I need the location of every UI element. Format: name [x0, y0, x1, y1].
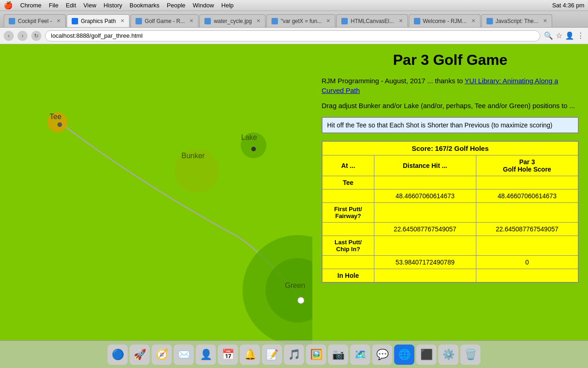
col2-header: Distance Hit ...	[374, 155, 476, 176]
menu-file[interactable]: File	[49, 2, 58, 9]
menu-bookmarks[interactable]: Bookmarks	[130, 2, 159, 9]
tab-close[interactable]: ✕	[57, 18, 61, 24]
menu-people[interactable]: People	[167, 2, 185, 9]
toolbar-icons: 🔍 ☆ 👤 ⋮	[544, 31, 584, 40]
tab-label: JavaScript: The...	[496, 18, 538, 24]
dock-facetime[interactable]: 📷	[328, 345, 348, 365]
table-row: 22.645087767549057 22.645087767549057	[322, 223, 578, 236]
search-icon[interactable]: 🔍	[544, 31, 553, 40]
tab-favicon	[136, 18, 142, 24]
forward-button[interactable]: ›	[17, 31, 28, 41]
menu-history[interactable]: History	[104, 2, 122, 9]
dock-maps[interactable]: 🗺️	[350, 345, 370, 365]
tab-cockpit[interactable]: Cockpit Feel - ✕	[4, 14, 66, 27]
dock-safari[interactable]: 🧭	[152, 345, 172, 365]
tab-favicon	[341, 18, 348, 24]
svg-text:Green: Green	[285, 282, 305, 289]
user-icon[interactable]: 👤	[565, 31, 574, 40]
table-row: 53.98407172490789 0	[322, 256, 578, 269]
tab-close[interactable]: ✕	[326, 18, 330, 24]
dock-reminders[interactable]: 🔔	[240, 345, 260, 365]
dock: 🔵 🚀 🧭 ✉️ 👤 📅 🔔 📝 🎵 🖼️ 📷 🗺️ 💬 🌐 ⬛ ⚙️ 🗑️	[0, 340, 588, 368]
dock-messages[interactable]: 💬	[372, 345, 392, 365]
tab-water-cycle[interactable]: water_cycle.jpg ✕	[199, 14, 266, 27]
dock-mail[interactable]: ✉️	[174, 345, 194, 365]
row-label: First Putt/Fairway?	[322, 203, 374, 223]
row-score	[476, 269, 578, 283]
tab-label: Welcome - RJM...	[423, 18, 467, 24]
tab-javascript[interactable]: JavaScript: The... ✕	[481, 14, 552, 27]
dock-chrome[interactable]: 🌐	[394, 345, 414, 365]
table-row: 48.46607060614673 48.46607060614673	[322, 190, 578, 203]
dock-terminal[interactable]: ⬛	[416, 345, 436, 365]
row-score: 0	[476, 256, 578, 269]
menu-window[interactable]: Window	[193, 2, 214, 9]
table-row: In Hole	[322, 269, 578, 283]
svg-text:Lake: Lake	[241, 133, 257, 141]
table-header-row: Score: 167/2 Golf Holes	[322, 141, 578, 155]
dock-trash[interactable]: 🗑️	[460, 345, 481, 365]
tab-golf-game[interactable]: Golf Game - R... ✕	[130, 14, 198, 27]
row-label: In Hole	[322, 269, 374, 283]
address-input[interactable]	[45, 30, 540, 41]
tab-close[interactable]: ✕	[256, 18, 260, 24]
dock-photos[interactable]: 🖼️	[306, 345, 326, 365]
tab-label: water_cycle.jpg	[214, 18, 252, 24]
dock-contacts[interactable]: 👤	[196, 345, 216, 365]
svg-point-8	[57, 122, 62, 127]
game-title: Par 3 Golf Game	[322, 52, 579, 69]
dock-finder[interactable]: 🔵	[107, 345, 128, 365]
row-distance: 22.645087767549057	[374, 223, 476, 236]
menu-help[interactable]: Help	[221, 2, 234, 9]
row-distance	[374, 236, 476, 256]
tab-favicon	[9, 18, 15, 24]
svg-point-9	[298, 297, 304, 304]
refresh-button[interactable]: ↻	[31, 31, 41, 41]
col1-header: At ...	[322, 155, 374, 176]
tab-label: Cockpit Feel -	[18, 18, 52, 24]
dock-calendar[interactable]: 📅	[218, 345, 238, 365]
row-score	[476, 203, 578, 223]
tab-close[interactable]: ✕	[543, 18, 547, 24]
row-score: 48.46607060614673	[476, 190, 578, 203]
row-score	[476, 236, 578, 256]
row-distance: 48.46607060614673	[374, 190, 476, 203]
golf-canvas[interactable]: Tee Bunker Lake Green	[0, 44, 312, 368]
svg-text:Tee: Tee	[50, 113, 62, 121]
menu-view[interactable]: View	[84, 2, 96, 9]
table-row: Tee	[322, 176, 578, 190]
dock-launchpad[interactable]: 🚀	[130, 345, 150, 365]
svg-text:Bunker: Bunker	[181, 152, 205, 160]
tab-close[interactable]: ✕	[120, 18, 124, 24]
tab-label: Golf Game - R...	[145, 18, 185, 24]
score-title: Score: 167/2 Golf Holes	[322, 141, 578, 155]
table-row: First Putt/Fairway?	[322, 203, 578, 223]
tab-htmlcanvas[interactable]: HTMLCanvasEl... ✕	[336, 14, 407, 27]
tab-close[interactable]: ✕	[471, 18, 475, 24]
menu-chrome[interactable]: Chrome	[20, 2, 41, 9]
back-button[interactable]: ‹	[4, 31, 14, 41]
menu-edit[interactable]: Edit	[66, 2, 76, 9]
tab-label: Graphics Path	[81, 18, 116, 24]
apple-menu[interactable]: 🍎	[4, 1, 13, 10]
dock-music[interactable]: 🎵	[284, 345, 304, 365]
row-label: Last Putt/Chip In?	[322, 236, 374, 256]
row-score: 22.645087767549057	[476, 223, 578, 236]
tab-graphics-path[interactable]: Graphics Path ✕	[67, 14, 130, 27]
col3-header: Par 3 Golf Hole Score	[476, 155, 578, 176]
dock-notes[interactable]: 📝	[262, 345, 282, 365]
dock-settings[interactable]: ⚙️	[438, 345, 458, 365]
tab-close[interactable]: ✕	[189, 18, 193, 24]
row-distance	[374, 269, 476, 283]
row-label	[322, 190, 374, 203]
row-label: Tee	[322, 176, 374, 190]
bookmark-icon[interactable]: ☆	[556, 31, 562, 40]
tab-var-getx[interactable]: "var getX = fun... ✕	[266, 14, 335, 27]
menubar: 🍎 Chrome File Edit View History Bookmark…	[0, 0, 588, 11]
menu-icon[interactable]: ⋮	[577, 31, 584, 40]
tab-welcome[interactable]: Welcome - RJM... ✕	[409, 14, 481, 27]
tab-close[interactable]: ✕	[399, 18, 403, 24]
addressbar: ‹ › ↻ 🔍 ☆ 👤 ⋮	[0, 28, 588, 44]
tab-favicon	[414, 18, 420, 24]
row-label	[322, 223, 374, 236]
